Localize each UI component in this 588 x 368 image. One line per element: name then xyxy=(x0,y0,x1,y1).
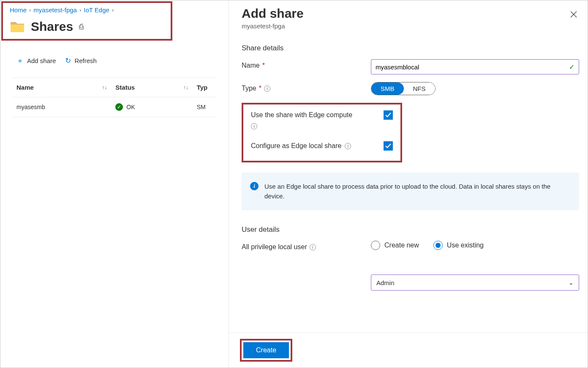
share-details-heading: Share details xyxy=(242,44,579,52)
cell-type: SM xyxy=(193,97,217,117)
info-icon[interactable]: i xyxy=(310,244,316,250)
user-label: All privilege local user i xyxy=(242,241,364,251)
type-nfs-option[interactable]: NFS xyxy=(404,82,435,95)
info-icon[interactable]: i xyxy=(264,85,270,92)
add-share-label: Add share xyxy=(27,57,56,64)
type-label: Type* i xyxy=(242,82,364,92)
chevron-right-icon: › xyxy=(79,7,81,13)
header-highlight: Home › myasetest-fpga › IoT Edge › Share… xyxy=(1,1,172,41)
plus-icon: ＋ xyxy=(16,56,24,66)
breadcrumb-home[interactable]: Home xyxy=(10,6,27,14)
chevron-down-icon: ⌄ xyxy=(569,279,574,286)
user-select[interactable]: Admin ⌄ xyxy=(371,275,579,291)
radio-create-new[interactable]: Create new xyxy=(371,241,419,250)
info-icon[interactable]: i xyxy=(251,123,257,129)
edge-compute-highlight: Use the share with Edge compute i Config… xyxy=(242,103,402,162)
chevron-right-icon: › xyxy=(29,7,31,13)
create-button[interactable]: Create xyxy=(243,342,289,358)
close-button[interactable] xyxy=(570,11,577,19)
column-header-status[interactable]: Status ↑↓ xyxy=(111,78,192,97)
breadcrumb: Home › myasetest-fpga › IoT Edge › xyxy=(10,6,164,14)
add-share-panel: Add share myasetest-fpga Share details N… xyxy=(229,0,588,368)
refresh-label: Refresh xyxy=(74,57,97,64)
chevron-right-icon: › xyxy=(112,7,114,13)
table-row[interactable]: myasesmb ✓ OK SM xyxy=(12,97,217,117)
info-icon[interactable]: i xyxy=(345,143,351,149)
info-banner-icon: i xyxy=(250,182,259,190)
sort-icon: ↑↓ xyxy=(102,85,107,91)
type-toggle: SMB NFS xyxy=(371,82,436,95)
edge-compute-label: Use the share with Edge compute xyxy=(251,111,378,119)
name-input-wrap: ✓ xyxy=(371,59,579,74)
refresh-icon: ↻ xyxy=(65,56,71,65)
panel-subtitle: myasetest-fpga xyxy=(242,22,575,30)
cell-name: myasesmb xyxy=(12,97,111,117)
breadcrumb-section[interactable]: IoT Edge xyxy=(84,6,109,14)
column-header-type[interactable]: Typ xyxy=(193,78,217,97)
type-smb-option[interactable]: SMB xyxy=(371,82,404,95)
name-label: Name* xyxy=(242,59,364,69)
shares-table: Name ↑↓ Status ↑↓ Typ myasesmb ✓ OK SM xyxy=(12,77,217,117)
valid-check-icon: ✓ xyxy=(569,63,574,71)
sort-icon: ↑↓ xyxy=(183,85,188,91)
close-icon xyxy=(570,11,577,18)
radio-use-existing[interactable]: Use existing xyxy=(433,241,484,250)
ok-icon: ✓ xyxy=(115,103,123,111)
pin-button[interactable]: ⎙ xyxy=(79,22,84,31)
edge-compute-checkbox[interactable] xyxy=(384,110,393,120)
page-title: Shares xyxy=(31,19,73,34)
share-name-input[interactable] xyxy=(376,60,564,74)
column-header-name[interactable]: Name ↑↓ xyxy=(12,78,111,97)
info-banner-text: Use an Edge local share to process data … xyxy=(264,182,571,201)
user-select-value: Admin xyxy=(376,279,395,286)
breadcrumb-resource[interactable]: myasetest-fpga xyxy=(33,6,77,14)
edge-local-label: Configure as Edge local share i xyxy=(251,142,378,150)
user-details-heading: User details xyxy=(242,225,579,234)
add-share-button[interactable]: ＋ Add share xyxy=(16,56,56,66)
create-highlight: Create xyxy=(240,339,292,362)
info-banner: i Use an Edge local share to process dat… xyxy=(242,173,579,210)
edge-local-checkbox[interactable] xyxy=(384,141,393,151)
cell-status: ✓ OK xyxy=(111,97,192,117)
refresh-button[interactable]: ↻ Refresh xyxy=(65,56,97,66)
user-radio-group: Create new Use existing xyxy=(371,241,484,250)
panel-title: Add share xyxy=(242,6,575,21)
folder-icon xyxy=(10,20,25,33)
